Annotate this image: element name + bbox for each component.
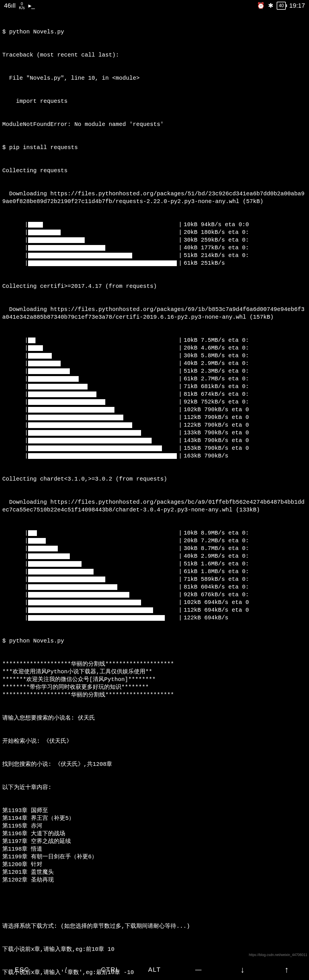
banner-line: ********带你学习的同时收获更多好玩的知识******** xyxy=(2,683,307,691)
progress-row: ||61kB 251kB/s xyxy=(2,259,307,267)
clock: 19:17 xyxy=(289,2,305,10)
chapter-line: 第1194章 界王宫（补更5） xyxy=(2,815,307,822)
output-line: Downloading https://files.pythonhosted.o… xyxy=(2,305,307,321)
progress-stats: 71kB 589kB/s eta 0: xyxy=(184,575,307,583)
progress-stats: 51kB 214kB/s eta 0: xyxy=(184,251,307,259)
status-bar: 46ıll 0 K/s ▸_ ⏰ ✱ 40 19:17 xyxy=(0,0,309,11)
progress-stats: 92kB 752kB/s eta 0: xyxy=(184,398,307,406)
slash-key[interactable]: / xyxy=(44,966,88,974)
ctrl-key[interactable]: CTRL xyxy=(88,966,133,974)
net-speed-unit: K/s xyxy=(19,6,25,10)
progress-bar xyxy=(28,584,117,590)
progress-row: ||10kB 94kB/s eta 0:0 xyxy=(2,221,307,228)
progress-stats: 81kB 604kB/s eta 0: xyxy=(184,583,307,591)
progress-bar xyxy=(28,422,132,428)
watermark: https://blog.csdn.net/weixin_44706011 xyxy=(249,953,307,957)
progress-stats: 122kB 790kB/s eta 0 xyxy=(184,421,307,429)
progress-bar xyxy=(28,237,85,243)
progress-stats: 20kB 180kB/s eta 0: xyxy=(184,228,307,236)
progress-row: ||122kB 790kB/s eta 0 xyxy=(2,421,307,429)
progress-bar xyxy=(28,368,70,374)
progress-row: ||61kB 1.8MB/s eta 0: xyxy=(2,568,307,575)
progress-bar xyxy=(28,229,61,235)
output-line: Collecting chardet<3.1.0,>=3.0.2 (from r… xyxy=(2,475,307,483)
progress-row: ||51kB 2.3MB/s eta 0: xyxy=(2,367,307,375)
progress-bar xyxy=(28,261,177,266)
progress-row: ||112kB 694kB/s eta 0 xyxy=(2,606,307,614)
progress-bar xyxy=(28,415,123,420)
keyboard-bar: ESC / CTRL ALT — ↓ ↑ xyxy=(0,959,309,980)
progress-row: ||71kB 589kB/s eta 0: xyxy=(2,575,307,583)
progress-bar xyxy=(28,445,162,451)
progress-bar xyxy=(28,407,114,413)
progress-block: ||10kB 94kB/s eta 0:0 ||20kB 180kB/s eta… xyxy=(2,221,307,267)
alt-key[interactable]: ALT xyxy=(133,966,176,974)
progress-row: ||102kB 694kB/s eta 0 xyxy=(2,598,307,606)
error-line: ModuleNotFoundError: No module named 're… xyxy=(2,121,307,128)
chapter-line: 第1200章 针对 xyxy=(2,861,307,869)
net-speed-value: 0 xyxy=(21,2,23,6)
chapter-line: 第1195章 赤河 xyxy=(2,822,307,830)
progress-bar xyxy=(28,399,105,405)
arrow-up-icon[interactable]: ↑ xyxy=(265,964,309,976)
progress-bar xyxy=(28,546,58,551)
progress-row: ||102kB 790kB/s eta 0 xyxy=(2,406,307,414)
progress-row: ||133kB 790kB/s eta 0 xyxy=(2,429,307,437)
progress-stats: 153kB 790kB/s eta 0 xyxy=(184,444,307,452)
banner-line: *******欢迎关注我的微信公众号[清风Python]******** xyxy=(2,676,307,683)
progress-bar xyxy=(28,430,141,436)
progress-row: ||20kB 4.6MB/s eta 0: xyxy=(2,344,307,352)
progress-stats: 40kB 2.9MB/s eta 0: xyxy=(184,360,307,367)
progress-bar xyxy=(28,253,132,258)
dash-key[interactable]: — xyxy=(176,966,221,974)
chapter-line: 第1199章 有朝一日剑在手（补更6） xyxy=(2,853,307,861)
command-line: $ python Novels.py xyxy=(2,28,307,36)
progress-bar xyxy=(28,530,37,536)
progress-row: ||51kB 214kB/s eta 0: xyxy=(2,251,307,259)
esc-key[interactable]: ESC xyxy=(0,966,44,974)
progress-row: ||30kB 259kB/s eta 0: xyxy=(2,236,307,244)
command-line: $ pip install requests xyxy=(2,144,307,151)
progress-stats: 10kB 94kB/s eta 0:0 xyxy=(184,221,307,228)
chapter-line: 第1198章 悟道 xyxy=(2,845,307,853)
traceback-line: import requests xyxy=(2,97,307,105)
progress-row: ||143kB 790kB/s eta 0 xyxy=(2,437,307,444)
progress-row: ||92kB 676kB/s eta 0: xyxy=(2,591,307,598)
banner-line: ********************华丽的分割线**************… xyxy=(2,691,307,699)
progress-row: ||81kB 604kB/s eta 0: xyxy=(2,583,307,591)
progress-bar xyxy=(28,554,70,559)
progress-stats: 30kB 259kB/s eta 0: xyxy=(184,236,307,244)
status-right: ⏰ ✱ 40 19:17 xyxy=(257,2,305,10)
progress-stats: 112kB 790kB/s eta 0 xyxy=(184,414,307,421)
progress-row: ||40kB 177kB/s eta 0: xyxy=(2,244,307,251)
progress-stats: 102kB 694kB/s eta 0 xyxy=(184,598,307,606)
progress-bar xyxy=(28,245,105,251)
progress-row: ||30kB 8.7MB/s eta 0: xyxy=(2,544,307,552)
progress-row: ||10kB 8.9MB/s eta 0: xyxy=(2,529,307,537)
output-line: Downloading https://files.pythonhosted.o… xyxy=(2,190,307,205)
progress-bar xyxy=(28,592,129,598)
command-line: $ python Novels.py xyxy=(2,637,307,645)
traceback-line: File "Novels.py", line 10, in <module> xyxy=(2,74,307,82)
progress-row: ||163kB 790kB/s xyxy=(2,452,307,460)
progress-bar xyxy=(28,600,141,605)
progress-stats: 40kB 177kB/s eta 0: xyxy=(184,244,307,251)
progress-row: ||153kB 790kB/s eta 0 xyxy=(2,444,307,452)
progress-row: ||122kB 694kB/s xyxy=(2,614,307,622)
progress-stats: 61kB 2.7MB/s eta 0: xyxy=(184,375,307,383)
arrow-down-icon[interactable]: ↓ xyxy=(221,964,265,976)
progress-row: ||81kB 674kB/s eta 0: xyxy=(2,390,307,398)
chapter-line: 第1202章 圣劫再现 xyxy=(2,876,307,884)
progress-stats: 133kB 790kB/s eta 0 xyxy=(184,429,307,437)
progress-bar xyxy=(28,345,43,351)
output-line: 找到您搜索的小说: 《伏天氏》,共1208章 xyxy=(2,760,307,768)
progress-row: ||40kB 2.9MB/s eta 0: xyxy=(2,552,307,560)
progress-stats: 61kB 1.8MB/s eta 0: xyxy=(184,568,307,575)
progress-row: ||40kB 2.9MB/s eta 0: xyxy=(2,360,307,367)
progress-stats: 40kB 2.9MB/s eta 0: xyxy=(184,552,307,560)
progress-bar xyxy=(28,607,153,613)
progress-bar xyxy=(28,353,52,359)
output-line: 以下为近十章内容: xyxy=(2,784,307,791)
terminal[interactable]: $ python Novels.py Traceback (most recen… xyxy=(0,11,309,980)
progress-row: ||30kB 5.8MB/s eta 0: xyxy=(2,352,307,360)
